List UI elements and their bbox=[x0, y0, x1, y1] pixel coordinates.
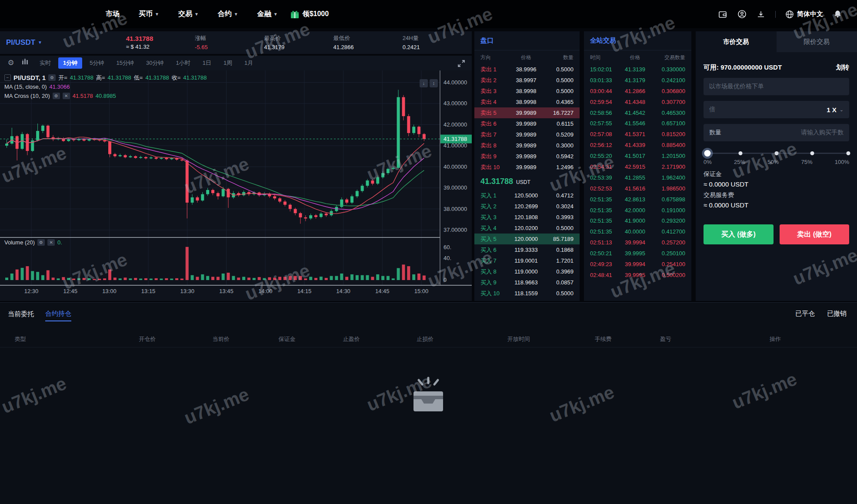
candlestick-chart[interactable]: − PI/USDT, 1 ⚙ 开=41.31788 高=41.31788 低=4… bbox=[0, 70, 472, 301]
timeframe-5分钟[interactable]: 5分钟 bbox=[85, 57, 109, 69]
col-trade-amount: 交易数量 bbox=[651, 54, 685, 61]
bid-row[interactable]: 买入 7119.00011.7201 bbox=[474, 255, 580, 266]
series-gear-icon[interactable]: ⚙ bbox=[48, 74, 56, 81]
volume-close-icon[interactable]: ✕ bbox=[47, 239, 55, 246]
bid-row[interactable]: 买入 6119.33330.1868 bbox=[474, 244, 580, 255]
leverage-select[interactable]: 倍 1 X ⌄ bbox=[704, 101, 849, 118]
svg-text:44.00000: 44.00000 bbox=[444, 79, 467, 86]
tab-contract-positions[interactable]: 合约持仓 bbox=[45, 310, 71, 321]
ask-row[interactable]: 卖出 939.99890.5942 bbox=[474, 151, 580, 162]
transfer-link[interactable]: 划转 bbox=[836, 63, 849, 72]
fullscreen-icon[interactable] bbox=[457, 59, 466, 70]
bid-row[interactable]: 买入 9118.96630.0857 bbox=[474, 277, 580, 288]
nav-item-0[interactable]: 市场 bbox=[106, 10, 120, 19]
high-ohlc-value: 41.31788 bbox=[108, 74, 131, 81]
timeframe-实时[interactable]: 实时 bbox=[35, 57, 56, 69]
bid-price: 120.2699 bbox=[506, 203, 547, 210]
pair-label: PI/USDT bbox=[6, 38, 35, 47]
trade-history-tab[interactable]: 全站交易 bbox=[590, 37, 616, 45]
svg-text:14:45: 14:45 bbox=[375, 288, 390, 294]
volume-gear-icon[interactable]: ⚙ bbox=[37, 239, 45, 246]
ticker-volume: 24H量 0.2421 bbox=[403, 34, 472, 50]
slider-dot-25[interactable] bbox=[738, 151, 742, 155]
low-ohlc-value: 41.31788 bbox=[145, 74, 169, 81]
bid-qty: 0.1868 bbox=[547, 247, 574, 253]
buy-long-button[interactable]: 买入 (做多) bbox=[704, 224, 774, 244]
orderbook-tab[interactable]: 盘口 bbox=[480, 37, 494, 45]
nav-item-2[interactable]: 交易▼ bbox=[178, 10, 199, 19]
bid-row[interactable]: 买入 1120.50000.4712 bbox=[474, 190, 580, 201]
tab-market-order[interactable]: 市价交易 bbox=[696, 31, 777, 52]
ask-row[interactable]: 卖出 238.99970.5000 bbox=[474, 75, 580, 86]
pos-col-2: 当前价 bbox=[213, 335, 230, 343]
slider-handle[interactable] bbox=[704, 150, 710, 157]
bell-icon[interactable] bbox=[833, 10, 842, 19]
high-ohlc-label: 高= bbox=[96, 74, 105, 82]
slider-dot-75[interactable] bbox=[810, 151, 814, 155]
chart-canvas[interactable]: 41.3178844.0000043.0000042.0000041.00000… bbox=[0, 70, 472, 299]
amount-slider[interactable] bbox=[704, 149, 848, 157]
timeframe-15分钟[interactable]: 15分钟 bbox=[111, 57, 138, 69]
ask-price: 39.9989 bbox=[506, 110, 547, 116]
ask-row[interactable]: 卖出 438.99980.4365 bbox=[474, 97, 580, 107]
ask-list: 卖出 138.99960.5000卖出 238.99970.5000卖出 338… bbox=[474, 64, 580, 173]
timeframe-1分钟[interactable]: 1分钟 bbox=[58, 57, 82, 69]
bid-row[interactable]: 买入 3120.18080.3993 bbox=[474, 212, 580, 223]
bid-list: 买入 1120.50000.4712买入 2120.26990.3024买入 3… bbox=[474, 190, 580, 299]
user-icon[interactable] bbox=[737, 10, 747, 19]
wallet-icon[interactable] bbox=[718, 10, 727, 19]
bid-row[interactable]: 买入 10118.15590.5000 bbox=[474, 288, 580, 299]
chart-type-icon[interactable] bbox=[20, 58, 31, 67]
timeframe-1月[interactable]: 1月 bbox=[240, 57, 258, 69]
pos-col-6: 开放时间 bbox=[507, 335, 530, 343]
ma-close-icon[interactable]: ✕ bbox=[63, 93, 70, 99]
ask-row[interactable]: 卖出 138.99960.5000 bbox=[474, 64, 580, 75]
timeframe-30分钟[interactable]: 30分钟 bbox=[141, 57, 168, 69]
available-balance: 可用: 970.00000000 USDT bbox=[704, 63, 782, 72]
quantity-input[interactable]: 数量 请输入购买手数 bbox=[704, 124, 849, 141]
pair-selector[interactable]: PI/USDT ▼ bbox=[6, 38, 65, 47]
orderbook-header: 盘口 bbox=[474, 31, 580, 50]
timeframe-1小时[interactable]: 1小时 bbox=[171, 57, 195, 69]
ask-row[interactable]: 卖出 739.99890.5209 bbox=[474, 129, 580, 140]
bid-row[interactable]: 买入 4120.02000.5000 bbox=[474, 223, 580, 234]
collapse-icon[interactable]: − bbox=[4, 74, 11, 81]
timeframe-1日[interactable]: 1日 bbox=[198, 57, 216, 69]
ask-row[interactable]: 卖出 1039.99891.2496 bbox=[474, 162, 580, 173]
settings-gear-icon[interactable]: ⚙ bbox=[5, 58, 17, 67]
quantity-label: 数量 bbox=[709, 129, 721, 137]
ask-row[interactable]: 卖出 338.99980.5000 bbox=[474, 86, 580, 97]
download-icon[interactable] bbox=[756, 10, 766, 19]
nav-item-4[interactable]: 金融▼ bbox=[257, 10, 278, 19]
slider-dot-50[interactable] bbox=[774, 151, 778, 155]
bid-price: 120.1808 bbox=[506, 214, 547, 220]
ask-row[interactable]: 卖出 839.99890.3000 bbox=[474, 140, 580, 151]
change-value: -5.65 bbox=[195, 44, 264, 50]
scroll-expand-icon[interactable]: ↕ bbox=[430, 79, 438, 87]
trade-row: 02:57:5541.55460.657100 bbox=[584, 118, 691, 129]
scroll-down-icon[interactable]: ↓ bbox=[420, 79, 428, 87]
timeframe-1周[interactable]: 1周 bbox=[219, 57, 237, 69]
last-price: 41.31788 bbox=[126, 35, 195, 42]
slider-dot-100[interactable] bbox=[847, 151, 850, 155]
tab-limit-order[interactable]: 限价交易 bbox=[777, 31, 857, 52]
bid-row[interactable]: 买入 8119.00000.3969 bbox=[474, 266, 580, 277]
cancelled-orders-link[interactable]: 已撤销 bbox=[827, 310, 847, 318]
gift-promo-button[interactable]: 领$1000 bbox=[290, 10, 329, 19]
tab-current-orders[interactable]: 当前委托 bbox=[8, 310, 34, 321]
trade-row: 02:51:3540.00000.412700 bbox=[584, 226, 691, 237]
ma-gear-icon[interactable]: ⚙ bbox=[53, 93, 60, 99]
bid-row[interactable]: 买入 5120.000085.7189 bbox=[474, 234, 580, 244]
ask-row[interactable]: 卖出 539.998916.7227 bbox=[474, 107, 580, 118]
ask-row[interactable]: 卖出 639.99890.6115 bbox=[474, 118, 580, 129]
closed-positions-link[interactable]: 已平仓 bbox=[795, 310, 815, 318]
language-switcher[interactable]: 简体中文 bbox=[785, 10, 823, 19]
ask-price: 39.9989 bbox=[506, 131, 547, 138]
nav-item-1[interactable]: 买币▼ bbox=[139, 10, 159, 19]
bid-label: 买入 8 bbox=[480, 268, 506, 276]
trade-row: 02:59:5441.43480.307700 bbox=[584, 97, 691, 107]
market-price-input[interactable]: 以市场最优价格下单 bbox=[704, 78, 849, 95]
nav-item-3[interactable]: 合约▼ bbox=[218, 10, 238, 19]
bid-row[interactable]: 买入 2120.26990.3024 bbox=[474, 201, 580, 212]
sell-short-button[interactable]: 卖出 (做空) bbox=[780, 224, 850, 244]
